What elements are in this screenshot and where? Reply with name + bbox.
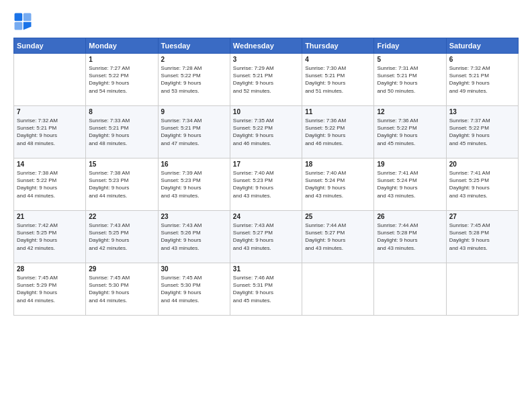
day-number: 18 — [305, 161, 371, 168]
col-header-wednesday: Wednesday — [230, 38, 302, 54]
day-number: 6 — [449, 56, 515, 63]
day-number: 20 — [449, 161, 515, 168]
day-cell: 5Sunrise: 7:31 AM Sunset: 5:21 PM Daylig… — [374, 54, 446, 106]
day-info: Sunrise: 7:33 AM Sunset: 5:21 PM Dayligh… — [89, 117, 154, 147]
day-info: Sunrise: 7:38 AM Sunset: 5:23 PM Dayligh… — [89, 169, 154, 199]
day-info: Sunrise: 7:45 AM Sunset: 5:30 PM Dayligh… — [161, 274, 227, 304]
day-info: Sunrise: 7:30 AM Sunset: 5:21 PM Dayligh… — [305, 64, 371, 95]
day-cell — [302, 263, 374, 316]
svg-rect-1 — [24, 13, 32, 21]
day-info: Sunrise: 7:44 AM Sunset: 5:27 PM Dayligh… — [305, 222, 371, 252]
day-cell — [374, 263, 446, 316]
col-header-friday: Friday — [374, 38, 446, 54]
day-info: Sunrise: 7:39 AM Sunset: 5:23 PM Dayligh… — [161, 169, 227, 199]
page: SundayMondayTuesdayWednesdayThursdayFrid… — [0, 0, 532, 411]
svg-marker-3 — [24, 22, 32, 30]
day-number: 24 — [233, 213, 299, 220]
day-info: Sunrise: 7:32 AM Sunset: 5:21 PM Dayligh… — [17, 117, 83, 147]
day-number: 28 — [17, 265, 83, 273]
day-cell: 6Sunrise: 7:32 AM Sunset: 5:21 PM Daylig… — [446, 54, 518, 106]
day-cell: 1Sunrise: 7:27 AM Sunset: 5:22 PM Daylig… — [86, 54, 158, 106]
day-number: 2 — [161, 56, 227, 63]
day-cell: 20Sunrise: 7:41 AM Sunset: 5:25 PM Dayli… — [446, 158, 518, 211]
day-cell: 10Sunrise: 7:35 AM Sunset: 5:22 PM Dayli… — [230, 106, 302, 158]
week-row-3: 14Sunrise: 7:38 AM Sunset: 5:22 PM Dayli… — [14, 158, 519, 211]
week-row-4: 21Sunrise: 7:42 AM Sunset: 5:25 PM Dayli… — [14, 211, 519, 263]
day-number: 27 — [449, 213, 515, 220]
day-cell: 24Sunrise: 7:43 AM Sunset: 5:27 PM Dayli… — [230, 211, 302, 263]
day-info: Sunrise: 7:43 AM Sunset: 5:27 PM Dayligh… — [233, 222, 299, 252]
svg-rect-2 — [15, 22, 23, 30]
day-number: 30 — [161, 265, 227, 273]
day-info: Sunrise: 7:41 AM Sunset: 5:24 PM Dayligh… — [377, 169, 443, 199]
calendar-table: SundayMondayTuesdayWednesdayThursdayFrid… — [13, 38, 519, 316]
col-header-thursday: Thursday — [302, 38, 374, 54]
day-info: Sunrise: 7:37 AM Sunset: 5:22 PM Dayligh… — [449, 117, 515, 147]
day-info: Sunrise: 7:40 AM Sunset: 5:24 PM Dayligh… — [305, 169, 371, 199]
day-number: 26 — [377, 213, 443, 220]
week-row-1: 1Sunrise: 7:27 AM Sunset: 5:22 PM Daylig… — [14, 54, 519, 106]
day-cell: 7Sunrise: 7:32 AM Sunset: 5:21 PM Daylig… — [14, 106, 86, 158]
day-info: Sunrise: 7:32 AM Sunset: 5:21 PM Dayligh… — [449, 64, 515, 95]
day-number: 14 — [17, 161, 83, 168]
week-row-5: 28Sunrise: 7:45 AM Sunset: 5:29 PM Dayli… — [14, 263, 519, 316]
week-row-2: 7Sunrise: 7:32 AM Sunset: 5:21 PM Daylig… — [14, 106, 519, 158]
day-number: 1 — [89, 56, 154, 63]
day-cell: 28Sunrise: 7:45 AM Sunset: 5:29 PM Dayli… — [14, 263, 86, 316]
day-number: 23 — [161, 213, 227, 220]
day-cell: 30Sunrise: 7:45 AM Sunset: 5:30 PM Dayli… — [158, 263, 230, 316]
day-cell: 19Sunrise: 7:41 AM Sunset: 5:24 PM Dayli… — [374, 158, 446, 211]
day-info: Sunrise: 7:45 AM Sunset: 5:30 PM Dayligh… — [89, 274, 154, 304]
col-header-tuesday: Tuesday — [158, 38, 230, 54]
day-number: 3 — [233, 56, 299, 63]
day-cell: 15Sunrise: 7:38 AM Sunset: 5:23 PM Dayli… — [86, 158, 158, 211]
day-cell: 9Sunrise: 7:34 AM Sunset: 5:21 PM Daylig… — [158, 106, 230, 158]
day-info: Sunrise: 7:28 AM Sunset: 5:22 PM Dayligh… — [161, 64, 227, 95]
day-info: Sunrise: 7:27 AM Sunset: 5:22 PM Dayligh… — [89, 64, 154, 95]
day-info: Sunrise: 7:40 AM Sunset: 5:23 PM Dayligh… — [233, 169, 299, 199]
day-number: 22 — [89, 213, 154, 220]
col-header-sunday: Sunday — [14, 38, 86, 54]
day-info: Sunrise: 7:45 AM Sunset: 5:29 PM Dayligh… — [17, 274, 83, 304]
day-number: 9 — [161, 108, 227, 116]
day-cell — [14, 54, 86, 106]
day-cell: 12Sunrise: 7:36 AM Sunset: 5:22 PM Dayli… — [374, 106, 446, 158]
day-cell: 14Sunrise: 7:38 AM Sunset: 5:22 PM Dayli… — [14, 158, 86, 211]
day-cell: 31Sunrise: 7:46 AM Sunset: 5:31 PM Dayli… — [230, 263, 302, 316]
day-number: 11 — [305, 108, 371, 116]
logo — [13, 12, 35, 31]
col-header-saturday: Saturday — [446, 38, 518, 54]
day-info: Sunrise: 7:36 AM Sunset: 5:22 PM Dayligh… — [377, 117, 443, 147]
day-cell: 23Sunrise: 7:43 AM Sunset: 5:26 PM Dayli… — [158, 211, 230, 263]
day-number: 15 — [89, 161, 154, 168]
day-number: 16 — [161, 161, 227, 168]
day-number: 25 — [305, 213, 371, 220]
day-number: 12 — [377, 108, 443, 116]
day-info: Sunrise: 7:46 AM Sunset: 5:31 PM Dayligh… — [233, 274, 299, 304]
day-info: Sunrise: 7:43 AM Sunset: 5:26 PM Dayligh… — [161, 222, 227, 252]
day-number: 7 — [17, 108, 83, 116]
svg-rect-0 — [15, 13, 23, 21]
day-number: 4 — [305, 56, 371, 63]
day-cell: 26Sunrise: 7:44 AM Sunset: 5:28 PM Dayli… — [374, 211, 446, 263]
day-info: Sunrise: 7:42 AM Sunset: 5:25 PM Dayligh… — [17, 222, 83, 252]
day-cell: 13Sunrise: 7:37 AM Sunset: 5:22 PM Dayli… — [446, 106, 518, 158]
day-cell: 11Sunrise: 7:36 AM Sunset: 5:22 PM Dayli… — [302, 106, 374, 158]
day-cell: 21Sunrise: 7:42 AM Sunset: 5:25 PM Dayli… — [14, 211, 86, 263]
day-cell: 18Sunrise: 7:40 AM Sunset: 5:24 PM Dayli… — [302, 158, 374, 211]
day-cell: 17Sunrise: 7:40 AM Sunset: 5:23 PM Dayli… — [230, 158, 302, 211]
day-number: 17 — [233, 161, 299, 168]
col-header-monday: Monday — [86, 38, 158, 54]
day-info: Sunrise: 7:44 AM Sunset: 5:28 PM Dayligh… — [377, 222, 443, 252]
day-info: Sunrise: 7:38 AM Sunset: 5:22 PM Dayligh… — [17, 169, 83, 199]
day-number: 31 — [233, 265, 299, 273]
day-cell: 29Sunrise: 7:45 AM Sunset: 5:30 PM Dayli… — [86, 263, 158, 316]
day-info: Sunrise: 7:34 AM Sunset: 5:21 PM Dayligh… — [161, 117, 227, 147]
header — [13, 12, 519, 31]
day-number: 19 — [377, 161, 443, 168]
day-info: Sunrise: 7:36 AM Sunset: 5:22 PM Dayligh… — [305, 117, 371, 147]
day-info: Sunrise: 7:45 AM Sunset: 5:28 PM Dayligh… — [449, 222, 515, 252]
day-info: Sunrise: 7:43 AM Sunset: 5:25 PM Dayligh… — [89, 222, 154, 252]
day-info: Sunrise: 7:31 AM Sunset: 5:21 PM Dayligh… — [377, 64, 443, 95]
day-number: 8 — [89, 108, 154, 116]
